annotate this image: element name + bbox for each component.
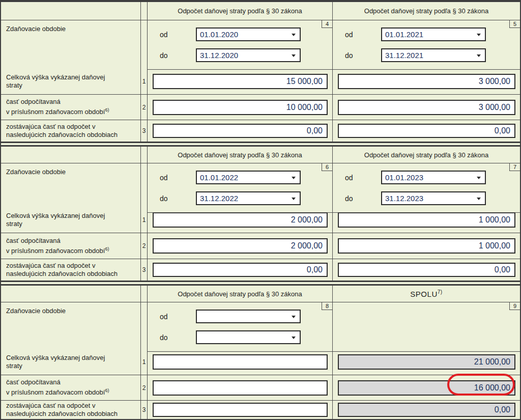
od-label: od xyxy=(160,174,196,182)
do-dropdown-col6[interactable]: 31.12.2022 xyxy=(196,191,301,205)
num-spacer xyxy=(141,163,148,213)
field-cell: 0,00 xyxy=(333,259,520,281)
header-spacer xyxy=(1,2,141,20)
chevron-down-icon xyxy=(292,177,296,179)
row-label: časť odpočítavanáv príslušnom zdaňovacom… xyxy=(1,233,141,259)
row-number: 3 xyxy=(141,401,148,420)
block-separator xyxy=(1,281,520,286)
amount-field-col5-r2[interactable]: 3 000,00 xyxy=(338,100,515,115)
od-dropdown-col7[interactable]: 01.01.2023 xyxy=(381,171,486,184)
od-dropdown-col4[interactable]: 01.01.2020 xyxy=(196,27,301,41)
row-label: časť odpočítavanáv príslušnom zdaňovacom… xyxy=(1,375,141,401)
row-label: zostávajúca časť na odpočet vnasledujúci… xyxy=(1,401,141,420)
od-value: 01.01.2022 xyxy=(200,173,238,182)
column-header-text: Odpočet daňovej straty podľa § 30 zákona xyxy=(364,7,488,15)
row-number: 3 xyxy=(141,120,148,142)
amount-field-col5-r1[interactable]: 3 000,00 xyxy=(338,74,515,89)
od-dropdown-col8[interactable] xyxy=(196,310,301,323)
field-ref-4: 4 xyxy=(322,20,332,28)
amount-field-col6-r2[interactable]: 2 000,00 xyxy=(153,238,328,254)
period-cell-6: 6 od 01.01.2022 do 31.12.2022 xyxy=(148,163,333,213)
period-row: Zdaňovacie obdobie 8 od do xyxy=(1,302,520,349)
row-remaining-part: zostávajúca časť na odpočet vnasledujúci… xyxy=(1,259,520,281)
period-row-label: Zdaňovacie obdobie xyxy=(1,20,141,70)
do-label: do xyxy=(160,333,196,342)
field-cell xyxy=(148,401,333,420)
header-spacer xyxy=(141,147,148,163)
row-label: Celková výška vykázanej daňovejstraty xyxy=(1,69,141,95)
row-remaining-part: zostávajúca časť na odpočet vnasledujúci… xyxy=(1,120,520,142)
field-cell: 16 000,00 xyxy=(333,375,520,401)
amount-field-col7-r3[interactable]: 0,00 xyxy=(338,263,515,277)
do-dropdown-col7[interactable]: 31.12.2023 xyxy=(381,191,486,205)
block-2020-2021: Odpočet daňovej straty podľa § 30 zákona… xyxy=(1,2,520,142)
row-deducted-part: časť odpočítavanáv príslušnom zdaňovacom… xyxy=(1,233,520,259)
row-number: 2 xyxy=(141,233,148,259)
tax-loss-deduction-table: Odpočet daňovej straty podľa § 30 zákona… xyxy=(0,0,521,420)
field-cell: 15 000,00 xyxy=(148,69,333,95)
field-ref-6: 6 xyxy=(322,163,332,171)
field-ref-9: 9 xyxy=(509,302,520,310)
row-total-loss: Celková výška vykázanej daňovejstraty 1 … xyxy=(1,69,520,95)
header-row: Odpočet daňovej straty podľa § 30 zákona… xyxy=(1,286,520,302)
total-field-r3: 0,00 xyxy=(338,403,515,417)
field-cell: 0,00 xyxy=(148,120,333,142)
num-spacer xyxy=(141,20,148,70)
do-label: do xyxy=(160,51,196,60)
row-number: 1 xyxy=(141,207,148,233)
od-label: od xyxy=(345,31,381,39)
amount-field-col8-r2[interactable] xyxy=(153,380,328,396)
num-spacer xyxy=(141,302,148,352)
field-cell xyxy=(148,349,333,375)
column-header-5: Odpočet daňovej straty podľa § 30 zákona xyxy=(333,2,520,20)
field-cell: 0,00 xyxy=(333,401,520,420)
amount-field-col5-r3[interactable]: 0,00 xyxy=(338,124,515,138)
row-number: 1 xyxy=(141,69,148,95)
header-spacer xyxy=(141,286,148,302)
do-label: do xyxy=(160,194,196,203)
amount-field-col6-r3[interactable]: 0,00 xyxy=(153,263,328,277)
column-header-7: Odpočet daňovej straty podľa § 30 zákona xyxy=(333,147,520,163)
header-spacer xyxy=(1,286,141,302)
amount-field-col7-r1[interactable]: 1 000,00 xyxy=(338,212,515,228)
column-header-text: Odpočet daňovej straty podľa § 30 zákona xyxy=(364,151,488,159)
chevron-down-icon xyxy=(477,198,481,200)
chevron-down-icon xyxy=(292,198,296,200)
period-cell-7: 7 od 01.01.2023 do 31.12.2023 xyxy=(333,163,520,213)
field-cell xyxy=(148,375,333,401)
do-dropdown-col5[interactable]: 31.12.2021 xyxy=(381,48,486,62)
field-ref-7: 7 xyxy=(509,163,520,171)
od-value: 01.01.2021 xyxy=(385,30,423,39)
row-total-loss: Celková výška vykázanej daňovejstraty 1 … xyxy=(1,349,520,375)
amount-field-col8-r1[interactable] xyxy=(153,354,328,370)
do-dropdown-col8[interactable] xyxy=(196,330,301,344)
row-deducted-part: časť odpočítavanáv príslušnom zdaňovacom… xyxy=(1,95,520,120)
do-label: do xyxy=(345,51,381,60)
row-deducted-part: časť odpočítavanáv príslušnom zdaňovacom… xyxy=(1,375,520,401)
amount-field-col4-r1[interactable]: 15 000,00 xyxy=(153,74,328,89)
column-header-4: Odpočet daňovej straty podľa § 30 zákona xyxy=(148,2,333,20)
od-dropdown-col6[interactable]: 01.01.2022 xyxy=(196,171,301,184)
chevron-down-icon xyxy=(292,54,296,57)
do-label: do xyxy=(345,194,381,203)
amount-field-col4-r3[interactable]: 0,00 xyxy=(153,124,328,138)
row-label: zostávajúca časť na odpočet vnasledujúci… xyxy=(1,120,141,142)
amount-field-col6-r1[interactable]: 2 000,00 xyxy=(153,212,328,228)
header-row: Odpočet daňovej straty podľa § 30 zákona… xyxy=(1,147,520,163)
period-row: Zdaňovacie obdobie 6 od 01.01.2022 do 31… xyxy=(1,163,520,207)
chevron-down-icon xyxy=(292,316,296,318)
chevron-down-icon xyxy=(292,337,296,339)
amount-field-col8-r3[interactable] xyxy=(153,403,328,417)
row-number: 1 xyxy=(141,349,148,375)
do-value: 31.12.2020 xyxy=(200,51,238,60)
period-cell-5: 5 od 01.01.2021 do 31.12.2021 xyxy=(333,20,520,70)
header-spacer xyxy=(1,147,141,163)
chevron-down-icon xyxy=(477,34,481,36)
od-dropdown-col5[interactable]: 01.01.2021 xyxy=(381,27,486,41)
row-label: Celková výška vykázanej daňovejstraty xyxy=(1,349,141,375)
block-empty-spolu: Odpočet daňovej straty podľa § 30 zákona… xyxy=(1,286,520,420)
block-separator xyxy=(1,142,520,147)
amount-field-col7-r2[interactable]: 1 000,00 xyxy=(338,238,515,254)
do-dropdown-col4[interactable]: 31.12.2020 xyxy=(196,48,301,62)
amount-field-col4-r2[interactable]: 10 000,00 xyxy=(153,100,328,115)
